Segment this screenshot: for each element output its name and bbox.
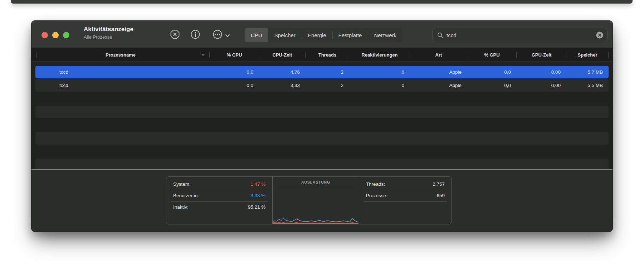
search-field[interactable]: tccd <box>432 28 608 42</box>
tab-cpu[interactable]: CPU <box>245 28 268 42</box>
more-options-icon <box>212 29 223 40</box>
tab-festplatte[interactable]: Festplatte <box>332 28 368 42</box>
chevron-down-icon[interactable] <box>225 33 230 39</box>
sort-chevron-icon <box>201 53 205 56</box>
info-icon <box>190 29 201 40</box>
cpu-load-sparkline <box>273 213 358 224</box>
process-value-cell: 0,00 <box>517 83 566 88</box>
stats-area: System:1,47 %Benutzer:in:3,33 %Inaktiv:9… <box>31 170 613 232</box>
empty-table-row <box>31 145 613 158</box>
process-value-cell: 5,5 MB <box>566 83 609 88</box>
row-background <box>35 132 609 145</box>
column-header-label: Threads <box>318 52 337 58</box>
row-background <box>35 92 609 105</box>
table-header: Prozessname% CPUCPU-ZeitThreadsReaktivie… <box>31 48 613 62</box>
tab-netzwerk[interactable]: Netzwerk <box>368 28 402 42</box>
empty-table-row <box>31 118 613 132</box>
column-header-label: % GPU <box>484 52 499 58</box>
stat-row-prozesse: Prozesse:659 <box>364 190 447 201</box>
zoom-window-button[interactable] <box>63 32 69 38</box>
search-icon <box>437 32 443 38</box>
stat-row-inaktiv: Inaktiv:95,21 % <box>171 201 268 213</box>
column-header-label: GPU-Zeit <box>532 52 552 58</box>
column-header-cpu-zeit[interactable]: CPU-Zeit <box>259 48 306 62</box>
column-header-label: Reaktivierungen <box>361 52 397 58</box>
column-header-prozessname[interactable]: Prozessname <box>31 48 210 62</box>
process-value-cell: Apple <box>410 69 467 75</box>
stat-label: Prozesse: <box>366 193 387 198</box>
process-value-cell: 4,76 <box>259 69 306 75</box>
process-value-cell: 0,00 <box>517 69 566 75</box>
other-window-bottom-edge <box>11 0 633 4</box>
process-value-cell: 0,0 <box>210 69 259 75</box>
stat-row-threads: Threads:2.757 <box>364 179 447 190</box>
search-input[interactable]: tccd <box>447 32 596 38</box>
column-header--cpu[interactable]: % CPU <box>210 48 259 62</box>
table-row[interactable]: tccd0,04,7620Apple0,00,005,7 MB <box>31 65 613 79</box>
header-scrollbar-gutter <box>609 48 613 62</box>
process-value-cell: Apple <box>410 83 467 88</box>
window-subtitle: Alle Prozesse <box>84 34 133 40</box>
process-value-cell: 3,33 <box>259 83 306 88</box>
minimize-window-button[interactable] <box>52 32 59 38</box>
stat-row-benutzerin: Benutzer:in:3,33 % <box>171 190 268 201</box>
process-value-cell: 0,0 <box>210 83 259 88</box>
column-header--gpu[interactable]: % GPU <box>467 48 517 62</box>
stat-label: System: <box>173 181 191 187</box>
tab-speicher[interactable]: Speicher <box>268 28 302 42</box>
stat-label: Inaktiv: <box>173 204 189 210</box>
quit-process-button[interactable] <box>170 29 180 40</box>
tab-energie[interactable]: Energie <box>302 28 332 42</box>
row-background <box>35 106 609 118</box>
row-background <box>35 119 609 131</box>
empty-table-row <box>31 132 613 145</box>
process-value-cell: 0,0 <box>467 69 517 75</box>
inspect-process-button[interactable] <box>190 29 201 40</box>
process-table: tccd0,04,7620Apple0,00,005,7 MBtccd0,03,… <box>31 62 613 173</box>
window-title: Aktivitätsanzeige <box>84 25 133 33</box>
stat-value: 659 <box>436 193 445 198</box>
cpu-stats-panel: System:1,47 %Benutzer:in:3,33 %Inaktiv:9… <box>166 176 452 224</box>
stat-value: 1,47 % <box>250 181 265 187</box>
cpu-percent-section: System:1,47 %Benutzer:in:3,33 %Inaktiv:9… <box>166 177 273 224</box>
row-background <box>35 145 609 158</box>
process-value-cell: 5,7 MB <box>566 69 609 75</box>
process-count-section: Threads:2.757Prozesse:659 <box>359 177 452 224</box>
process-value-cell: 2 <box>306 83 349 88</box>
process-value-cell: 0 <box>349 83 410 88</box>
category-tab-group: CPUSpeicherEnergieFestplatteNetzwerk <box>245 28 402 42</box>
process-value-cell: 0 <box>349 69 410 75</box>
process-name-cell: tccd <box>31 69 210 75</box>
column-header-speicher[interactable]: Speicher <box>566 48 609 62</box>
stat-row-system: System:1,47 % <box>171 179 268 190</box>
table-row[interactable]: tccd0,03,3320Apple0,00,005,5 MB <box>31 79 613 92</box>
close-window-button[interactable] <box>42 32 48 38</box>
column-header-label: Art <box>435 52 442 58</box>
column-header-reaktivierungen[interactable]: Reaktivierungen <box>349 48 410 62</box>
more-options-button[interactable] <box>212 29 223 40</box>
column-header-gpu-zeit[interactable]: GPU-Zeit <box>517 48 566 62</box>
load-chart-title: AUSLASTUNG <box>273 180 358 184</box>
empty-table-row <box>31 105 613 118</box>
load-chart-title-underline <box>278 187 353 187</box>
clear-search-button[interactable] <box>596 31 604 39</box>
user-load-line <box>273 218 358 222</box>
column-header-label: Speicher <box>578 52 597 58</box>
header-left-divider <box>36 52 36 58</box>
process-name-cell: tccd <box>31 83 210 88</box>
process-value-cell: 0,0 <box>467 83 517 88</box>
column-header-label: % CPU <box>227 52 242 58</box>
stat-label: Threads: <box>366 181 385 187</box>
stat-value: 2.757 <box>433 181 445 187</box>
stat-label: Benutzer:in: <box>173 193 199 198</box>
stat-value: 95,21 % <box>248 204 266 210</box>
process-value-cell: 2 <box>306 69 349 75</box>
column-header-threads[interactable]: Threads <box>306 48 349 62</box>
cpu-load-section: AUSLASTUNG <box>273 177 359 224</box>
column-header-art[interactable]: Art <box>410 48 467 62</box>
title-block: Aktivitätsanzeige Alle Prozesse <box>84 25 133 40</box>
titlebar: Aktivitätsanzeige Alle Prozesse <box>31 21 613 48</box>
column-header-label: CPU-Zeit <box>273 52 292 58</box>
empty-table-row <box>31 92 613 105</box>
stat-value: 3,33 % <box>250 193 265 198</box>
